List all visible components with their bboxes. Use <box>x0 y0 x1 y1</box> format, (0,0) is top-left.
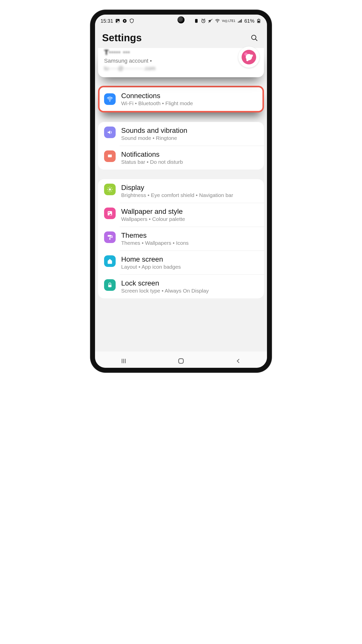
settings-item-title: Themes <box>121 231 258 239</box>
settings-item-display[interactable]: Display Brightness • Eye comfort shield … <box>98 179 264 203</box>
svg-rect-29 <box>108 285 112 287</box>
svg-line-22 <box>111 191 112 191</box>
settings-item-sounds[interactable]: Sounds and vibration Sound mode • Ringto… <box>98 122 264 146</box>
search-icon <box>251 34 258 42</box>
camera-hole <box>177 16 185 23</box>
settings-item-lock-screen[interactable]: Lock screen Screen lock type • Always On… <box>98 275 264 298</box>
settings-item-subtitle: Layout • App icon badges <box>121 264 258 270</box>
status-volte-text: Vo)) LTE1 <box>222 19 235 22</box>
avatar <box>238 47 259 68</box>
alarm-icon <box>201 18 206 23</box>
picture-icon <box>115 18 120 23</box>
svg-point-1 <box>117 20 117 21</box>
status-bar-right: Vo)) LTE1 61% <box>194 18 261 24</box>
settings-item-title: Wallpaper and style <box>121 208 258 216</box>
svg-point-16 <box>109 188 111 191</box>
settings-item-subtitle: Screen lock type • Always On Display <box>121 288 258 294</box>
svg-line-12 <box>255 39 257 41</box>
nav-recents-button[interactable] <box>116 357 131 365</box>
account-subtitle: Samsung account • <box>104 58 258 64</box>
settings-item-title: Home screen <box>121 255 258 263</box>
svg-point-7 <box>217 22 218 23</box>
nav-home-button[interactable] <box>173 357 189 365</box>
account-name-redacted: T····· ··· <box>104 48 258 57</box>
svg-rect-4 <box>195 19 198 23</box>
home-icon <box>104 255 116 267</box>
lock-icon <box>104 279 116 291</box>
settings-item-wallpaper[interactable]: Wallpaper and style Wallpapers • Colour … <box>98 203 264 227</box>
status-battery-text: 61% <box>244 18 254 24</box>
gear-icon <box>122 18 127 23</box>
settings-item-subtitle: Sound mode • Ringtone <box>121 135 258 141</box>
settings-item-subtitle: Status bar • Do not disturb <box>121 159 258 165</box>
svg-line-23 <box>111 187 112 188</box>
svg-line-24 <box>108 191 108 191</box>
settings-item-subtitle: Wallpapers • Colour palette <box>121 216 258 222</box>
status-bar-left: 15:31 <box>101 18 134 24</box>
status-time: 15:31 <box>101 18 113 24</box>
data-saver-icon <box>194 18 199 23</box>
settings-item-title: Lock screen <box>121 279 258 287</box>
svg-rect-33 <box>179 358 184 363</box>
settings-item-themes[interactable]: Themes Themes • Wallpapers • Icons <box>98 227 264 251</box>
svg-line-21 <box>108 187 108 188</box>
settings-item-subtitle: Brightness • Eye comfort shield • Naviga… <box>121 192 258 198</box>
account-card[interactable]: T····· ··· Samsung account • tu······@··… <box>98 48 264 77</box>
shield-icon <box>129 18 134 23</box>
wifi-icon <box>104 93 116 105</box>
mute-icon <box>208 18 213 23</box>
settings-item-title: Notifications <box>121 150 258 158</box>
svg-rect-28 <box>109 238 110 239</box>
nav-back-button[interactable] <box>231 357 246 365</box>
battery-icon <box>256 18 261 23</box>
svg-point-11 <box>252 35 256 39</box>
settings-item-title: Sounds and vibration <box>121 127 258 135</box>
svg-point-15 <box>111 154 112 156</box>
search-button[interactable] <box>249 32 260 44</box>
settings-item-home-screen[interactable]: Home screen Layout • App icon badges <box>98 251 264 274</box>
svg-point-13 <box>109 101 110 102</box>
notification-icon <box>104 150 116 162</box>
settings-header: Settings <box>95 26 267 48</box>
settings-item-connections[interactable]: Connections Wi-Fi • Bluetooth • Flight m… <box>98 86 264 112</box>
account-email-redacted: tu······@·············.com <box>104 65 258 72</box>
settings-item-subtitle: Wi-Fi • Bluetooth • Flight mode <box>121 100 258 106</box>
svg-rect-9 <box>258 19 259 20</box>
picture-icon <box>104 208 116 219</box>
svg-point-3 <box>124 20 125 22</box>
svg-rect-27 <box>108 235 111 237</box>
svg-point-26 <box>109 212 110 213</box>
svg-rect-10 <box>258 21 260 22</box>
signal-icon <box>237 18 242 23</box>
page-title: Settings <box>102 32 142 44</box>
wifi-icon <box>215 18 220 23</box>
paint-roller-icon <box>104 231 116 243</box>
brightness-icon <box>104 184 116 195</box>
nav-bar <box>95 351 267 368</box>
settings-item-notifications[interactable]: Notifications Status bar • Do not distur… <box>98 146 264 170</box>
settings-item-title: Connections <box>121 92 258 100</box>
settings-item-title: Display <box>121 184 258 192</box>
settings-item-subtitle: Themes • Wallpapers • Icons <box>121 240 258 246</box>
phone-frame: 15:31 Vo)) LTE1 61% Settings <box>90 10 272 372</box>
speaker-icon <box>104 127 116 138</box>
